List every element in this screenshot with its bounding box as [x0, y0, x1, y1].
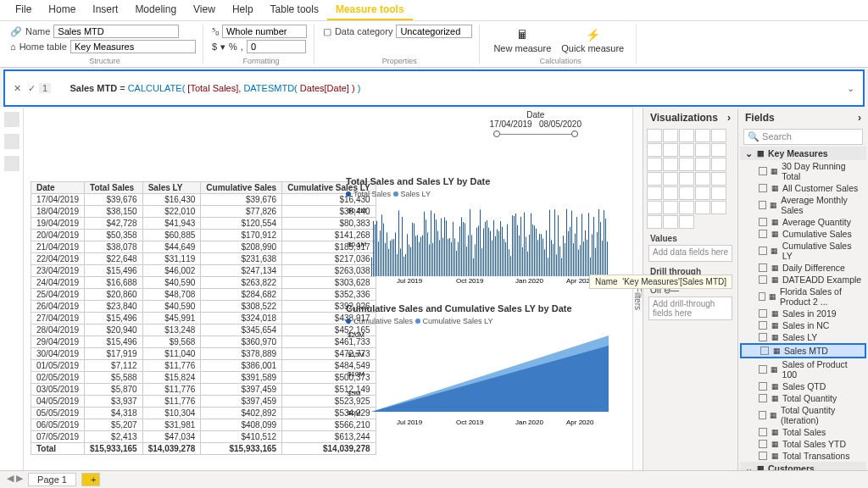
fields-search-input[interactable]: 🔍 Search: [743, 129, 863, 145]
ribbon-tab-table-tools[interactable]: Table tools: [262, 0, 327, 20]
measure-name-input[interactable]: [53, 25, 179, 38]
table-row[interactable]: 06/05/2019$5,207$31,981$408,099$566,210: [31, 419, 376, 431]
ribbon-tab-measure-tools[interactable]: Measure tools: [327, 0, 413, 20]
report-view-icon[interactable]: [4, 112, 19, 127]
vis-type-tile[interactable]: [679, 158, 694, 171]
vis-type-tile[interactable]: [663, 158, 678, 171]
table-row[interactable]: 03/05/2019$5,870$11,776$397,459$512,149: [31, 384, 376, 396]
vis-type-tile[interactable]: [711, 201, 726, 214]
table-row[interactable]: 04/05/2019$3,937$11,776$397,459$523,925: [31, 396, 376, 408]
page-tab-1[interactable]: Page 1: [28, 473, 76, 486]
table-row[interactable]: 19/04/2019$42,728$41,943$120,554$80,383: [31, 218, 376, 230]
field-total-quantity[interactable]: ▦Total Quantity: [740, 392, 866, 404]
vis-type-tile[interactable]: [647, 143, 662, 157]
vis-type-tile[interactable]: [647, 129, 662, 142]
ribbon-tab-modeling[interactable]: Modeling: [126, 0, 185, 20]
table-row[interactable]: 17/04/2019$39,676$16,430$39,676$16,430: [31, 194, 376, 206]
field-sales-qtd[interactable]: ▦Sales QTD: [740, 380, 866, 392]
ribbon-tab-insert[interactable]: Insert: [84, 0, 126, 20]
vis-type-tile[interactable]: [695, 201, 710, 214]
data-view-icon[interactable]: [4, 134, 19, 149]
table-row[interactable]: 21/04/2019$38,078$44,649$208,990$185,917: [31, 241, 376, 253]
date-slicer[interactable]: Date 17/04/2019 08/05/2020: [490, 110, 581, 140]
formula-code[interactable]: Sales MTD = CALCULATE( [Total Sales], DA…: [54, 73, 843, 103]
vis-type-tile[interactable]: [679, 172, 694, 186]
field-sales-of-product-100[interactable]: ▦Sales of Product 100: [740, 358, 866, 380]
table-row[interactable]: 07/05/2019$2,413$47,034$410,512$613,244: [31, 431, 376, 443]
field-cumulative-sales-ly[interactable]: ▦Cumulative Sales LY: [740, 240, 866, 262]
vis-type-tile[interactable]: [647, 215, 662, 229]
fields-collapse-icon[interactable]: ›: [858, 112, 861, 124]
vis-type-tile[interactable]: [647, 158, 662, 171]
chart-total-sales[interactable]: Total Sales and Sales LY by Date Total S…: [346, 176, 585, 286]
model-view-icon[interactable]: [4, 156, 19, 171]
new-measure-button[interactable]: 🖩New measure: [488, 25, 556, 55]
table-row[interactable]: 02/05/2019$5,588$15,824$391,589$500,373: [31, 372, 376, 384]
category-dropdown[interactable]: [396, 25, 472, 38]
formula-bar[interactable]: ✕ ✓ 1 Sales MTD = CALCULATE( [Total Sale…: [3, 69, 865, 107]
formula-commit-button[interactable]: ✓: [25, 83, 39, 94]
vis-collapse-icon[interactable]: ›: [727, 112, 731, 124]
filters-pane-collapsed[interactable]: ◀ Filters: [632, 108, 643, 470]
vis-type-tile[interactable]: [679, 215, 694, 229]
field-sales-in-nc[interactable]: ▦Sales in NC: [740, 319, 866, 331]
field-sales-ly[interactable]: ▦Sales LY: [740, 331, 866, 343]
table-row[interactable]: 26/04/2019$23,840$40,590$308,522$392,926: [31, 301, 376, 313]
vis-type-tile[interactable]: [663, 143, 678, 157]
vis-type-tile[interactable]: [679, 143, 694, 157]
vis-type-tile[interactable]: [679, 129, 694, 142]
field-average-monthly-sales[interactable]: ▦Average Monthly Sales: [740, 194, 866, 216]
vis-type-tile[interactable]: [663, 215, 678, 229]
field-sales-mtd[interactable]: ▦Sales MTD: [740, 343, 866, 358]
field-all-customer-sales[interactable]: ▦All Customer Sales: [740, 182, 866, 194]
table-row[interactable]: 20/04/2019$50,358$60,885$170,912$141,268: [31, 230, 376, 241]
table-row[interactable]: 18/04/2019$38,150$22,010$77,826$38,440: [31, 206, 376, 218]
field-florida-sales-of-product-2----[interactable]: ▦Florida Sales of Product 2 ...: [740, 286, 866, 308]
vis-type-tile[interactable]: [711, 129, 726, 142]
vis-type-tile[interactable]: [663, 186, 678, 200]
table-row[interactable]: 05/05/2019$4,318$10,304$402,892$534,229: [31, 408, 376, 419]
vis-type-tile[interactable]: [647, 186, 662, 200]
home-table-input[interactable]: [70, 40, 196, 53]
values-well[interactable]: Add data fields here: [648, 245, 732, 262]
vis-type-tile[interactable]: [695, 158, 710, 171]
ribbon-tab-home[interactable]: Home: [40, 0, 84, 20]
table-row[interactable]: 30/04/2019$17,919$11,040$378,889$472,773: [31, 348, 376, 360]
vis-type-tile[interactable]: [647, 201, 662, 214]
table-row[interactable]: 23/04/2019$15,496$46,002$247,134$263,038: [31, 265, 376, 277]
vis-type-tile[interactable]: [679, 201, 694, 214]
table-key-measures[interactable]: ⌄▦Key Measures: [740, 147, 866, 160]
field-total-quantity--iteration-[interactable]: ▦Total Quantity (Iteration): [740, 404, 866, 426]
decimals-input[interactable]: [247, 40, 306, 53]
report-canvas[interactable]: Date 17/04/2019 08/05/2020 DateTotal Sal…: [24, 108, 632, 470]
add-page-button[interactable]: +: [81, 473, 100, 486]
data-table-visual[interactable]: DateTotal SalesSales LYCumulative SalesC…: [31, 181, 376, 455]
table-row[interactable]: 28/04/2019$20,940$13,248$345,654$452,165: [31, 324, 376, 336]
percent-button[interactable]: %: [229, 42, 237, 52]
currency-button[interactable]: $: [212, 42, 217, 52]
ribbon-tab-file[interactable]: File: [7, 0, 40, 20]
field-daily-difference[interactable]: ▦Daily Difference: [740, 262, 866, 274]
table-row[interactable]: 25/04/2019$20,860$48,708$284,682$352,336: [31, 289, 376, 301]
table-customers[interactable]: ⌄▦Customers: [740, 462, 866, 470]
table-row[interactable]: 24/04/2019$16,688$40,590$263,822$303,628: [31, 277, 376, 289]
formula-cancel-button[interactable]: ✕: [10, 83, 25, 94]
format-dropdown[interactable]: [222, 25, 307, 38]
field-cumulative-sales[interactable]: ▦Cumulative Sales: [740, 228, 866, 240]
field-total-sales-ytd[interactable]: ▦Total Sales YTD: [740, 438, 866, 450]
table-row[interactable]: 01/05/2019$7,112$11,776$386,001$484,549: [31, 360, 376, 372]
vis-type-tile[interactable]: [695, 186, 710, 200]
quick-measure-button[interactable]: ⚡Quick measure: [556, 25, 629, 55]
field-dateadd-example[interactable]: ▦DATEADD Example: [740, 274, 866, 286]
formula-expand-button[interactable]: ⌄: [843, 83, 858, 94]
vis-type-tile[interactable]: [695, 143, 710, 157]
chart-cumulative-sales[interactable]: Cumulative Sales and Cumulative Sales LY…: [346, 303, 585, 430]
field-average-quantity[interactable]: ▦Average Quantity: [740, 216, 866, 228]
thousands-button[interactable]: ,: [241, 42, 243, 52]
slicer-handle-end[interactable]: [571, 130, 578, 137]
field-sales-in-2019[interactable]: ▦Sales in 2019: [740, 308, 866, 319]
table-row[interactable]: 22/04/2019$22,648$31,119$231,638$217,036: [31, 253, 376, 265]
field-total-transations[interactable]: ▦Total Transations: [740, 450, 866, 462]
vis-type-tile[interactable]: [695, 172, 710, 186]
table-row[interactable]: 29/04/2019$15,496$9,568$360,970$461,733: [31, 336, 376, 348]
